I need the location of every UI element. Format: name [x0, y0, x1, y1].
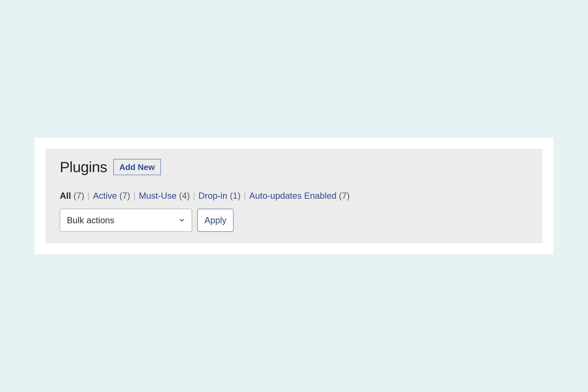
filter-count: (7): [339, 191, 350, 201]
filter-must-use[interactable]: Must-Use (4): [139, 190, 190, 201]
filter-count: (1): [230, 191, 241, 201]
filter-count: (7): [73, 191, 84, 201]
filter-label: Active: [93, 191, 117, 201]
filter-separator: |: [84, 190, 93, 201]
filter-count: (7): [119, 191, 130, 201]
filter-all[interactable]: All (7): [60, 190, 84, 201]
filter-count: (4): [179, 191, 190, 201]
filter-drop-in[interactable]: Drop-in (1): [198, 190, 241, 201]
plugins-panel: Plugins Add New All (7) | Active (7) | M…: [46, 149, 542, 243]
page-title: Plugins: [60, 158, 107, 176]
bulk-action-row: Bulk actions Apply: [60, 209, 528, 232]
filter-row: All (7) | Active (7) | Must-Use (4) | Dr…: [60, 190, 528, 201]
filter-separator: |: [190, 190, 198, 201]
filter-label: Must-Use: [139, 191, 177, 201]
filter-label: Auto-updates Enabled: [249, 191, 336, 201]
filter-label: Drop-in: [198, 191, 227, 201]
apply-button[interactable]: Apply: [197, 209, 234, 232]
bulk-actions-select[interactable]: Bulk actions: [60, 209, 192, 232]
chevron-down-icon: [179, 217, 185, 224]
filter-auto-updates-enabled[interactable]: Auto-updates Enabled (7): [249, 190, 350, 201]
filter-active[interactable]: Active (7): [93, 190, 130, 201]
header-row: Plugins Add New: [60, 158, 528, 176]
bulk-actions-selected: Bulk actions: [67, 215, 179, 226]
filter-label: All: [60, 191, 71, 201]
add-new-button[interactable]: Add New: [113, 159, 161, 175]
outer-card: Plugins Add New All (7) | Active (7) | M…: [35, 138, 553, 254]
filter-separator: |: [241, 190, 249, 201]
filter-separator: |: [130, 190, 139, 201]
